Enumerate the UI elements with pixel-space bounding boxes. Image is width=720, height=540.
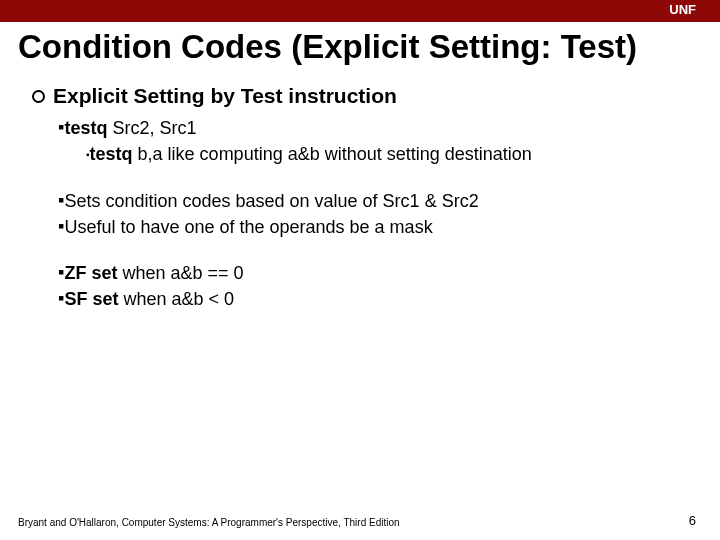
zf-when: when [122,263,170,283]
bullet-mask: ▪Useful to have one of the operands be a… [58,215,700,239]
text-tail: without setting destination [325,144,532,164]
bullet-group-2: ▪Sets condition codes based on value of … [58,189,700,240]
slide-content: Explicit Setting by Test instruction ▪te… [32,84,700,312]
code-testq: testq [64,118,107,138]
text-like: like computing [168,144,288,164]
amp: & [420,191,442,211]
text-sets: Sets condition codes based on value of [64,191,382,211]
square-bullet-icon: ▪ [58,260,64,284]
zf-label: ZF set [64,263,122,283]
header-label: UNF [669,2,696,17]
square-bullet-icon: ▪ [58,286,64,310]
src1: Src1 [383,191,420,211]
bullet-testq-ba: ▪testq b,a like computing a&b without se… [86,142,700,166]
zf-cond: a&b == 0 [170,263,243,283]
bullet-sf: ▪SF set when a&b < 0 [58,287,700,311]
header-bar: UNF [0,0,720,22]
text-mask: Useful to have one of the operands be a … [64,217,432,237]
circle-bullet-icon [32,90,45,103]
sf-when: when [123,289,171,309]
bullet-group-3: ▪ZF set when a&b == 0 ▪SF set when a&b <… [58,261,700,312]
square-bullet-icon: ▪ [58,188,64,212]
square-bullet-icon: ▪ [58,115,64,139]
square-bullet-icon: ▪ [58,214,64,238]
bullet-sets-cc: ▪Sets condition codes based on value of … [58,189,700,213]
page-number: 6 [689,513,696,528]
heading-text: Explicit Setting by Test instruction [53,84,397,108]
args-src: Src2, Src1 [112,118,196,138]
footer-text: Bryant and O'Hallaron, Computer Systems:… [18,517,400,528]
sf-label: SF set [64,289,123,309]
bullet-group-1: ▪testq Src2, Src1 ▪testq b,a like comput… [58,116,700,167]
bullet-zf: ▪ZF set when a&b == 0 [58,261,700,285]
args-ba: b,a [138,144,168,164]
sf-cond: a&b < 0 [171,289,234,309]
heading-row: Explicit Setting by Test instruction [32,84,700,108]
expr-ab: a&b [288,144,325,164]
bullet-testq-src: ▪testq Src2, Src1 [58,116,700,140]
code-testq-2: testq [90,144,133,164]
src2: Src2 [442,191,479,211]
slide-title: Condition Codes (Explicit Setting: Test) [18,28,720,66]
square-bullet-icon: ▪ [86,148,90,162]
